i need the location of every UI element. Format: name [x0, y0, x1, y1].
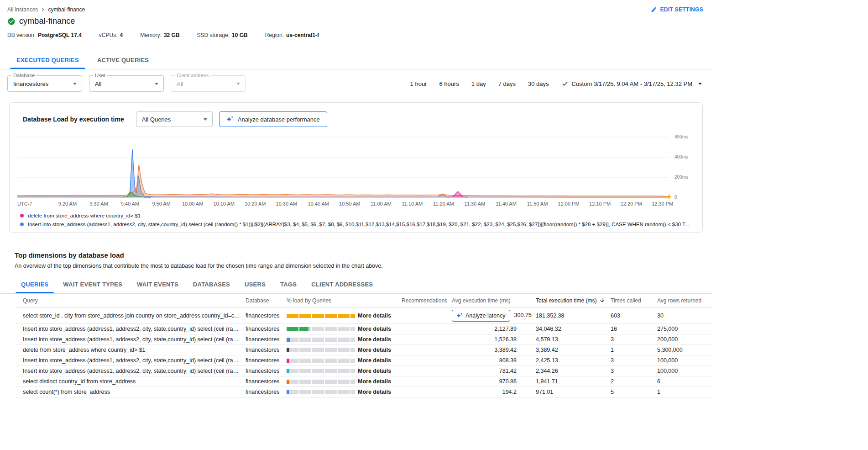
chart-title: Database Load by execution time — [23, 116, 124, 123]
chart-card-header: Database Load by execution time All Quer… — [17, 110, 695, 127]
time-preset-1-hour[interactable]: 1 hour — [410, 80, 427, 87]
dimension-tab-queries[interactable]: QUERIES — [14, 275, 56, 293]
user-filter-label: User — [93, 73, 107, 78]
analyze-database-performance-button[interactable]: Analyze database performance — [219, 111, 327, 127]
database-cell: financestores — [246, 324, 287, 334]
database-cell: financestores — [246, 376, 287, 387]
recommendations-cell — [402, 324, 452, 334]
table-row[interactable]: Insert into store_address (address1, add… — [16, 324, 712, 334]
column-header-times-called[interactable]: Times called — [611, 294, 657, 308]
svg-text:200ms: 200ms — [675, 175, 688, 180]
meta-label: SSD storage: — [197, 32, 230, 38]
column-header-load: % load by Queries — [287, 294, 358, 308]
legend-dot — [20, 214, 24, 217]
database-load-card: Database Load by execution time All Quer… — [9, 102, 703, 233]
chevron-down-icon — [204, 118, 207, 121]
svg-text:11:40 AM: 11:40 AM — [496, 201, 517, 206]
recommendations-cell — [402, 366, 452, 376]
times-called-cell: 2 — [611, 376, 657, 387]
load-bar — [287, 390, 355, 394]
time-preset-6-hours[interactable]: 6 hours — [439, 80, 459, 87]
time-preset-1-day[interactable]: 1 day — [471, 80, 486, 87]
query-text: Insert into store_address (address1, add… — [23, 357, 240, 364]
more-details-link[interactable]: More details — [358, 378, 391, 385]
chevron-right-icon — [40, 6, 46, 13]
tab-active-queries[interactable]: ACTIVE QUERIES — [88, 51, 158, 69]
recommendations-cell — [402, 387, 452, 397]
avg-execution-time-value: 2,127.89 — [494, 326, 517, 332]
column-header-total-execution-time[interactable]: Total execution time (ms) — [536, 294, 611, 308]
total-execution-time-cell: 971.01 — [536, 387, 611, 397]
load-bar — [287, 338, 355, 342]
avg-execution-time-value: 300.75 — [514, 312, 532, 318]
times-called-cell: 5 — [611, 387, 657, 397]
legend-label: Insert into store_address (address1, add… — [28, 222, 692, 227]
avg-execution-time-value: 808.38 — [499, 357, 517, 364]
time-preset-30-days[interactable]: 30 days — [528, 80, 549, 87]
column-header-avg-execution-time[interactable]: Avg execution time (ms) — [452, 294, 536, 308]
more-details-link[interactable]: More details — [358, 336, 391, 343]
avg-execution-time-cell: Analyze latency300.75 — [452, 308, 536, 324]
svg-text:9:20 AM: 9:20 AM — [58, 201, 77, 206]
table-row[interactable]: delete from store_address where country_… — [16, 345, 712, 355]
time-preset-7-days[interactable]: 7 days — [498, 80, 516, 87]
dimension-tab-tags[interactable]: TAGS — [273, 275, 304, 293]
dimension-tab-wait-events[interactable]: WAIT EVENTS — [130, 275, 186, 293]
top-dimensions-section: Top dimensions by database load An overv… — [0, 251, 712, 425]
load-bar — [287, 359, 355, 363]
avg-rows-returned-cell: 1 — [657, 387, 712, 397]
legend-item: Insert into store_address (address1, add… — [20, 222, 692, 227]
table-row[interactable]: select count(*) from store_addressfinanc… — [16, 387, 712, 397]
chevron-down-icon — [155, 83, 158, 85]
more-details-link[interactable]: More details — [358, 347, 391, 353]
breadcrumb: All instances cymbal-finance — [7, 6, 85, 13]
table-row[interactable]: select store_id , city from store_addres… — [16, 308, 712, 324]
load-bar-fill — [287, 369, 289, 373]
load-bar — [287, 380, 355, 384]
load-cell — [287, 345, 358, 355]
more-details-link[interactable]: More details — [358, 312, 391, 319]
tab-executed-queries[interactable]: EXECUTED QUERIES — [7, 51, 88, 69]
column-header-avg-rows-returned[interactable]: Avg rows returned — [657, 294, 712, 308]
more-details-link[interactable]: More details — [358, 326, 391, 332]
dimension-tab-client-addresses[interactable]: CLIENT ADDRESSES — [304, 275, 380, 293]
details-cell: More details — [358, 345, 402, 355]
database-cell: financestores — [246, 345, 287, 355]
dimension-tab-wait-event-types[interactable]: WAIT EVENT TYPES — [56, 275, 130, 293]
instance-meta: DB version:PostgreSQL 17.4vCPUs:4Memory:… — [0, 26, 712, 38]
table-row[interactable]: Insert into store_address (address1, add… — [16, 334, 712, 345]
database-load-chart[interactable]: 600ms400ms200ms0UTC-79:20 AM9:30 AM9:40 … — [17, 132, 696, 210]
client-address-filter-label: Client address — [175, 73, 210, 78]
svg-text:10:50 AM: 10:50 AM — [339, 201, 360, 206]
analyze-latency-button[interactable]: Analyze latency — [452, 310, 510, 322]
more-details-link[interactable]: More details — [358, 357, 391, 364]
client-address-filter-value: All — [177, 80, 183, 87]
avg-execution-time-cell: 808.38 — [452, 355, 536, 366]
title-row: cymbal-finance — [0, 13, 712, 26]
edit-settings-button[interactable]: EDIT SETTINGS — [651, 6, 703, 13]
load-bar — [287, 348, 355, 352]
top-queries-table: Query Database % load by Queries Recomme… — [16, 294, 712, 397]
more-details-link[interactable]: More details — [358, 389, 391, 395]
queries-filter-select[interactable]: All Queries — [136, 111, 213, 127]
custom-time-range-button[interactable]: Custom 3/17/25, 9:04 AM - 3/17/25, 12:32… — [561, 79, 705, 88]
avg-rows-returned-cell: 30 — [657, 308, 712, 324]
svg-text:10:40 AM: 10:40 AM — [308, 201, 329, 206]
table-row[interactable]: Insert into store_address (address1, add… — [16, 355, 712, 366]
column-header-details — [358, 294, 402, 308]
chevron-down-icon — [73, 83, 77, 85]
user-filter[interactable]: User All — [89, 75, 164, 92]
breadcrumb-all-instances[interactable]: All instances — [7, 6, 38, 13]
database-filter-label: Database — [11, 73, 37, 78]
table-row[interactable]: select distinct country_id from store_ad… — [16, 376, 712, 387]
query-cell: Insert into store_address (address1, add… — [16, 355, 246, 366]
dimension-tab-users[interactable]: USERS — [237, 275, 273, 293]
total-execution-time-cell: 2,344.26 — [536, 366, 611, 376]
database-filter[interactable]: Database financestores — [7, 75, 82, 92]
more-details-link[interactable]: More details — [358, 368, 391, 374]
svg-text:10:30 AM: 10:30 AM — [276, 201, 297, 206]
table-row[interactable]: Insert into store_address (address1, add… — [16, 366, 712, 376]
database-cell: financestores — [246, 355, 287, 366]
load-bar-fill — [287, 338, 290, 342]
dimension-tab-databases[interactable]: DATABASES — [186, 275, 237, 293]
